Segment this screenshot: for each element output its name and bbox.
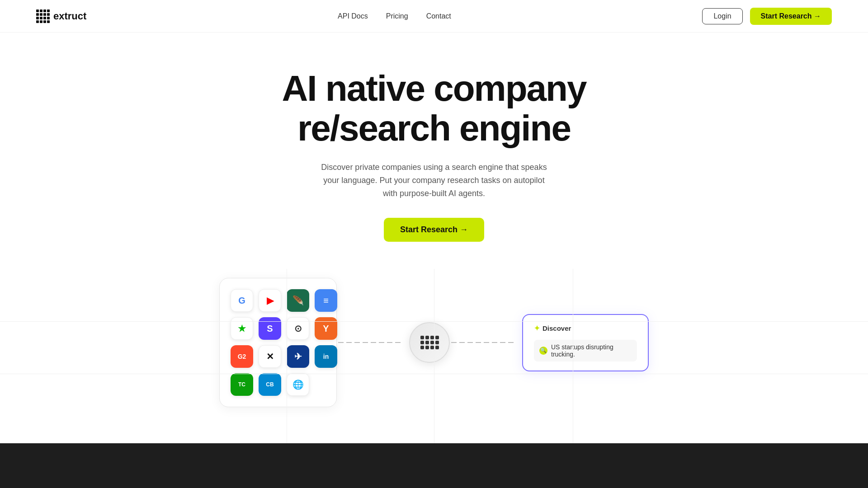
integration-icon-google-docs: ≡ bbox=[315, 289, 337, 312]
discover-title: Discover bbox=[542, 324, 571, 332]
navbar: extruct API Docs Pricing Contact Login S… bbox=[0, 0, 868, 33]
integrations-grid: G▶🪶≡★S⊙YG2✕✈inTCCB🌐 bbox=[231, 289, 326, 396]
start-research-hero-button[interactable]: Start Research → bbox=[384, 218, 484, 242]
bottom-band: Trusted by professionals at bbox=[0, 443, 868, 488]
integration-icon-yc: Y bbox=[315, 317, 337, 340]
integration-icon-star: ★ bbox=[231, 317, 253, 340]
integration-icon-crunchbase: CB bbox=[259, 373, 281, 396]
nav-api-docs[interactable]: API Docs bbox=[338, 12, 368, 20]
integrations-card: G▶🪶≡★S⊙YG2✕✈inTCCB🌐 bbox=[219, 278, 337, 407]
discover-search-icon: 🔍 bbox=[539, 347, 547, 355]
start-research-nav-button[interactable]: Start Research → bbox=[750, 8, 832, 25]
nav-contact[interactable]: Contact bbox=[426, 12, 451, 20]
login-button[interactable]: Login bbox=[702, 8, 742, 24]
integration-icon-g2: G2 bbox=[231, 345, 253, 368]
integration-icon-techcrunch: TC bbox=[231, 373, 253, 396]
logo-grid-icon bbox=[36, 9, 50, 23]
discover-search-text: US startups disrupting trucking. bbox=[551, 343, 632, 358]
hero-title: AI native company re/search engine bbox=[282, 69, 586, 148]
hero-section: AI native company re/search engine Disco… bbox=[0, 33, 868, 269]
logo-text: extruct bbox=[53, 10, 86, 22]
diagram-section: G▶🪶≡★S⊙YG2✕✈inTCCB🌐 ✦ Discover 🔍 US star… bbox=[0, 269, 868, 443]
integration-icon-google: G bbox=[231, 289, 253, 312]
nav-actions: Login Start Research → bbox=[702, 8, 832, 25]
discover-bolt-icon: ✦ bbox=[534, 324, 540, 333]
logo[interactable]: extruct bbox=[36, 9, 86, 23]
right-connector bbox=[450, 342, 522, 343]
integration-icon-feather: 🪶 bbox=[287, 289, 309, 312]
discover-search-row: 🔍 US startups disrupting trucking. bbox=[534, 340, 637, 361]
integration-icon-pitchbook: ✈ bbox=[287, 345, 309, 368]
hub-dots bbox=[420, 336, 439, 349]
nav-links: API Docs Pricing Contact bbox=[338, 12, 451, 20]
hero-subtitle: Discover private companies using a searc… bbox=[316, 161, 552, 200]
integration-icon-github: ⊙ bbox=[287, 317, 309, 340]
integration-icon-youtube: ▶ bbox=[259, 289, 281, 312]
left-connector bbox=[337, 342, 409, 343]
nav-pricing[interactable]: Pricing bbox=[386, 12, 408, 20]
discover-header: ✦ Discover bbox=[534, 324, 637, 333]
integration-icon-linkedin: in bbox=[315, 345, 337, 368]
discover-card: ✦ Discover 🔍 US startups disrupting truc… bbox=[522, 314, 649, 371]
integration-icon-x: ✕ bbox=[259, 345, 281, 368]
center-hub bbox=[409, 322, 450, 363]
integration-icon-shortcut: S bbox=[259, 317, 281, 340]
integration-icon-globe: 🌐 bbox=[287, 373, 309, 396]
